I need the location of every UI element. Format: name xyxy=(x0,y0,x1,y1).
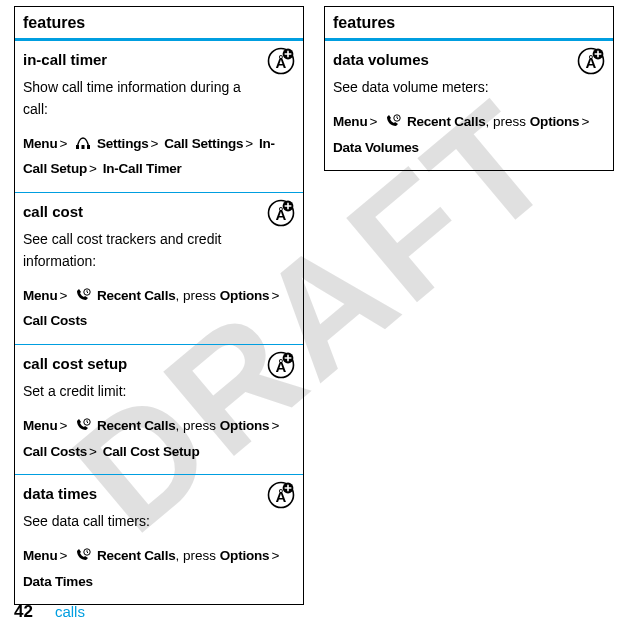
feature-cell: Ådata timesSee data call timers:Menu> Re… xyxy=(15,475,303,604)
left-table: features Åin-call timerShow call time in… xyxy=(14,6,304,605)
feature-title: call cost xyxy=(23,200,295,223)
page-content: features Åin-call timerShow call time in… xyxy=(0,0,628,605)
path-segment: Call Costs xyxy=(23,313,87,328)
antenna-plus-icon: Å xyxy=(577,47,605,75)
antenna-plus-icon: Å xyxy=(267,47,295,75)
path-separator: > xyxy=(59,136,67,151)
path-separator: > xyxy=(89,161,97,176)
path-segment: Recent Calls xyxy=(97,418,176,433)
path-separator: > xyxy=(581,114,589,129)
path-segment: Menu xyxy=(333,114,367,129)
feature-title: data times xyxy=(23,482,295,505)
menu-path: Menu> Recent Calls, press Options> Data … xyxy=(23,543,295,594)
path-separator: > xyxy=(271,288,279,303)
feature-description: Show call time information during a call… xyxy=(23,77,295,120)
feature-title: call cost setup xyxy=(23,352,295,375)
section-label: calls xyxy=(55,603,85,620)
table-header: features xyxy=(325,7,613,41)
recent-calls-icon xyxy=(384,114,402,128)
path-text: , press xyxy=(176,548,220,563)
path-segment: Menu xyxy=(23,548,57,563)
path-separator: > xyxy=(59,548,67,563)
svg-rect-3 xyxy=(76,145,79,149)
menu-path: Menu> Recent Calls, press Options> Data … xyxy=(333,109,605,160)
path-segment: Call Costs xyxy=(23,444,87,459)
path-segment: Menu xyxy=(23,418,57,433)
antenna-plus-icon: Å xyxy=(267,351,295,379)
path-separator: > xyxy=(151,136,159,151)
path-separator: > xyxy=(59,288,67,303)
antenna-plus-icon: Å xyxy=(267,481,295,509)
path-separator: > xyxy=(271,548,279,563)
menu-path: Menu> Settings> Call Settings> In-Call S… xyxy=(23,131,295,182)
path-text: , press xyxy=(176,288,220,303)
menu-path: Menu> Recent Calls, press Options> Call … xyxy=(23,413,295,464)
path-segment: Options xyxy=(220,418,270,433)
path-segment: In-Call Timer xyxy=(103,161,182,176)
feature-cell: Ådata volumesSee data volume meters:Menu… xyxy=(325,41,613,170)
menu-path: Menu> Recent Calls, press Options> Call … xyxy=(23,283,295,334)
path-segment: Options xyxy=(220,288,270,303)
feature-cell: Åcall costSee call cost trackers and cre… xyxy=(15,193,303,345)
feature-title: data volumes xyxy=(333,48,605,71)
path-segment: Options xyxy=(220,548,270,563)
path-separator: > xyxy=(271,418,279,433)
right-table: features Ådata volumesSee data volume me… xyxy=(324,6,614,171)
path-segment: Data Volumes xyxy=(333,140,419,155)
feature-description: See call cost trackers and credit inform… xyxy=(23,229,295,272)
settings-icon xyxy=(74,136,92,150)
path-segment: Call Cost Setup xyxy=(103,444,200,459)
recent-calls-icon xyxy=(74,288,92,302)
feature-description: See data call timers: xyxy=(23,511,295,533)
feature-title: in-call timer xyxy=(23,48,295,71)
path-separator: > xyxy=(89,444,97,459)
path-segment: Call Settings xyxy=(164,136,243,151)
svg-rect-5 xyxy=(87,145,90,149)
feature-description: Set a credit limit: xyxy=(23,381,295,403)
svg-rect-4 xyxy=(82,145,85,149)
path-segment: Recent Calls xyxy=(407,114,486,129)
path-separator: > xyxy=(245,136,253,151)
path-text: , press xyxy=(486,114,530,129)
path-separator: > xyxy=(369,114,377,129)
recent-calls-icon xyxy=(74,418,92,432)
path-segment: Menu xyxy=(23,136,57,151)
path-segment: Settings xyxy=(97,136,149,151)
feature-cell: Åcall cost setupSet a credit limit:Menu>… xyxy=(15,345,303,475)
recent-calls-icon xyxy=(74,548,92,562)
path-segment: Recent Calls xyxy=(97,288,176,303)
path-separator: > xyxy=(59,418,67,433)
table-header: features xyxy=(15,7,303,41)
path-segment: Menu xyxy=(23,288,57,303)
path-text: , press xyxy=(176,418,220,433)
path-segment: Options xyxy=(530,114,580,129)
feature-cell: Åin-call timerShow call time information… xyxy=(15,41,303,193)
path-segment: Recent Calls xyxy=(97,548,176,563)
antenna-plus-icon: Å xyxy=(267,199,295,227)
path-segment: Data Times xyxy=(23,574,93,589)
feature-description: See data volume meters: xyxy=(333,77,605,99)
